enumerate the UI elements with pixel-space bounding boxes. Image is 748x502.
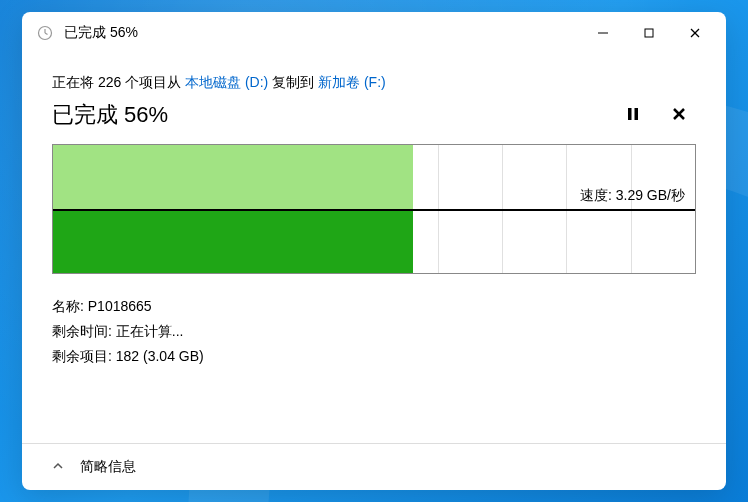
window-controls xyxy=(580,17,718,49)
pause-button[interactable] xyxy=(622,101,644,130)
detail-items-remaining: 剩余项目: 182 (3.04 GB) xyxy=(52,344,696,369)
chart-speed-area xyxy=(53,145,413,209)
maximize-button[interactable] xyxy=(626,17,672,49)
copy-description: 正在将 226 个项目从 本地磁盘 (D:) 复制到 新加卷 (F:) xyxy=(52,74,696,92)
progress-controls xyxy=(622,101,696,130)
detail-name: 名称: P1018665 xyxy=(52,294,696,319)
clock-icon xyxy=(36,24,54,42)
chart-average-line xyxy=(53,209,695,211)
titlebar: 已完成 56% xyxy=(22,12,726,54)
minimize-button[interactable] xyxy=(580,17,626,49)
svg-rect-7 xyxy=(628,108,632,120)
chevron-up-icon xyxy=(52,459,64,475)
speed-chart: 速度: 3.29 GB/秒 xyxy=(52,144,696,274)
speed-label: 速度: 3.29 GB/秒 xyxy=(580,187,685,205)
progress-header: 已完成 56% xyxy=(52,100,696,130)
copy-mid: 复制到 xyxy=(268,74,318,90)
details-toggle[interactable]: 简略信息 xyxy=(22,443,726,490)
toggle-label: 简略信息 xyxy=(80,458,136,476)
file-copy-dialog: 已完成 56% 正在将 226 个项目从 本地磁盘 (D:) 复制到 新加卷 (… xyxy=(22,12,726,490)
window-title: 已完成 56% xyxy=(64,24,580,42)
cancel-button[interactable] xyxy=(668,101,690,130)
detail-time-remaining: 剩余时间: 正在计算... xyxy=(52,319,696,344)
progress-title: 已完成 56% xyxy=(52,100,168,130)
dialog-content: 正在将 226 个项目从 本地磁盘 (D:) 复制到 新加卷 (F:) 已完成 … xyxy=(22,54,726,443)
dest-drive-link[interactable]: 新加卷 (F:) xyxy=(318,74,386,90)
svg-line-2 xyxy=(45,33,48,35)
close-button[interactable] xyxy=(672,17,718,49)
svg-rect-8 xyxy=(635,108,639,120)
copy-prefix: 正在将 226 个项目从 xyxy=(52,74,185,90)
source-drive-link[interactable]: 本地磁盘 (D:) xyxy=(185,74,268,90)
chart-progress-fill xyxy=(53,209,413,273)
transfer-details: 名称: P1018665 剩余时间: 正在计算... 剩余项目: 182 (3.… xyxy=(52,294,696,370)
svg-rect-4 xyxy=(645,29,653,37)
